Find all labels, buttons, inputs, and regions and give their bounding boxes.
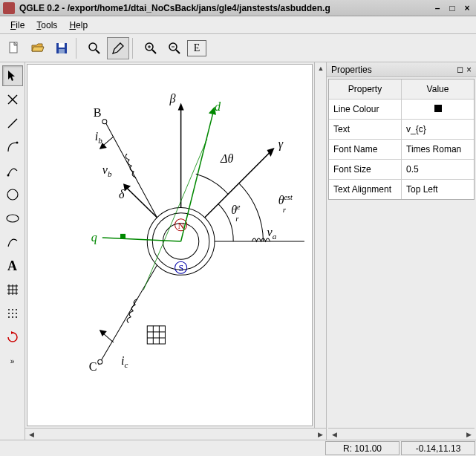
prop-row-text: Text v_{c} [329, 120, 474, 140]
col-value[interactable]: Value [402, 79, 474, 99]
svg-rect-71 [147, 326, 165, 344]
svg-point-30 [12, 313, 13, 314]
svg-text:B: B [94, 106, 102, 119]
new-file-button[interactable] [3, 37, 25, 59]
minimize-button[interactable]: – [431, 2, 443, 14]
properties-header: Properties ◻ × [327, 62, 476, 77]
svg-text:C: C [89, 360, 97, 373]
save-file-button[interactable] [50, 37, 73, 59]
svg-point-67 [98, 359, 102, 364]
zoom-extents-button[interactable]: E [187, 40, 206, 56]
prop-row-line-colour: Line Colour [329, 100, 474, 120]
hscroll-right[interactable]: ▶ [314, 429, 326, 440]
svg-line-50 [102, 238, 181, 241]
titlebar: QGLE 0.2 - /export/home1/dtai_NoCsBack/j… [0, 0, 476, 16]
svg-point-29 [8, 313, 10, 314]
svg-rect-51 [120, 234, 125, 239]
zoom-tool-button[interactable] [83, 37, 105, 59]
circle-tool[interactable] [2, 184, 23, 205]
svg-point-17 [7, 175, 9, 177]
svg-line-66 [99, 265, 157, 365]
curve-tool[interactable] [2, 232, 23, 253]
grid-tool-1[interactable] [2, 279, 23, 300]
menu-help[interactable]: Help [63, 19, 94, 32]
status-coord: -0.14,11.13 [401, 441, 475, 455]
svg-point-32 [8, 316, 10, 318]
svg-point-34 [16, 316, 17, 318]
svg-text:r: r [235, 214, 239, 223]
status-r: R: 101.00 [325, 441, 400, 455]
prop-row-text-align: Text Alignment Top Left [329, 180, 474, 199]
reload-tool[interactable] [2, 327, 23, 348]
cross-tool[interactable] [2, 89, 23, 110]
svg-text:ib: ib [95, 130, 102, 145]
svg-text:γ: γ [278, 137, 284, 151]
canvas-vscroll[interactable]: ▲ [314, 62, 326, 428]
svg-point-61 [102, 120, 107, 124]
edit-tool-button[interactable] [107, 37, 129, 59]
hscroll-left[interactable]: ◀ [25, 429, 37, 440]
zoom-out-button[interactable] [163, 37, 186, 59]
app-icon [3, 2, 15, 14]
grid-tool-2[interactable] [2, 303, 23, 324]
svg-point-33 [12, 316, 13, 318]
svg-line-11 [176, 50, 180, 53]
menubar: File Tools Help [0, 16, 476, 34]
diagram-svg: N S β d γ [27, 65, 312, 426]
svg-point-26 [8, 309, 10, 310]
line-colour-value[interactable] [402, 100, 474, 119]
text-tool[interactable]: A [2, 255, 23, 276]
svg-text:q: q [91, 231, 97, 244]
svg-point-4 [89, 43, 97, 51]
pointer-tool[interactable] [2, 65, 23, 86]
menu-tools[interactable]: Tools [30, 19, 63, 32]
svg-text:δ: δ [119, 189, 125, 201]
prop-row-font-size: Font Size 0.5 [329, 160, 474, 180]
canvas-area: N S β d γ [25, 62, 326, 440]
svg-text:d: d [215, 100, 221, 113]
arc-tool-2[interactable] [2, 160, 23, 181]
drawing-canvas[interactable]: N S β d γ [27, 64, 313, 426]
canvas-hscroll[interactable] [37, 429, 314, 440]
text-value[interactable]: v_{c} [402, 120, 474, 139]
svg-text:β: β [169, 93, 176, 106]
zoom-in-button[interactable] [140, 37, 162, 59]
font-size-value[interactable]: 0.5 [402, 160, 474, 179]
panel-undock-icon[interactable]: ◻ [457, 65, 463, 74]
window-title: QGLE 0.2 - /export/home1/dtai_NoCsBack/j… [19, 3, 330, 13]
statusbar: R: 101.00 -0.14,11.13 [0, 440, 476, 456]
svg-rect-2 [59, 43, 65, 48]
properties-hscroll[interactable]: ◀▶ [328, 428, 475, 440]
svg-text:ic: ic [121, 354, 128, 369]
open-file-button[interactable] [27, 37, 49, 59]
text-align-value[interactable]: Top Left [402, 180, 474, 199]
properties-panel: Properties ◻ × Property Value Line Colou… [326, 62, 476, 440]
menu-file[interactable]: File [4, 19, 30, 32]
maximize-button[interactable]: □ [446, 2, 458, 14]
line-tool[interactable] [2, 113, 23, 134]
svg-point-31 [16, 313, 17, 314]
svg-point-28 [16, 309, 17, 310]
col-property[interactable]: Property [329, 79, 402, 99]
main-toolbar: E [0, 34, 476, 62]
svg-text:Δθ: Δθ [220, 152, 233, 165]
font-name-value[interactable]: Times Roman [402, 140, 474, 159]
svg-rect-3 [59, 49, 65, 53]
close-button[interactable]: × [461, 2, 473, 14]
panel-close-icon[interactable]: × [466, 65, 472, 75]
svg-point-18 [7, 189, 18, 200]
properties-table: Property Value Line Colour Text v_{c} Fo… [328, 79, 475, 200]
main-area: A » N S [0, 62, 476, 440]
svg-line-7 [152, 50, 156, 53]
svg-line-48 [126, 187, 157, 217]
svg-text:vb: vb [102, 163, 112, 178]
ellipse-tool[interactable] [2, 208, 23, 229]
svg-text:S: S [179, 263, 184, 273]
svg-line-15 [8, 119, 17, 128]
svg-point-27 [12, 309, 13, 310]
tool-rail: A » [0, 62, 25, 440]
prop-row-font-name: Font Name Times Roman [329, 140, 474, 160]
more-tools[interactable]: » [2, 351, 23, 371]
arc-tool-1[interactable] [2, 137, 23, 157]
svg-point-16 [16, 142, 18, 144]
